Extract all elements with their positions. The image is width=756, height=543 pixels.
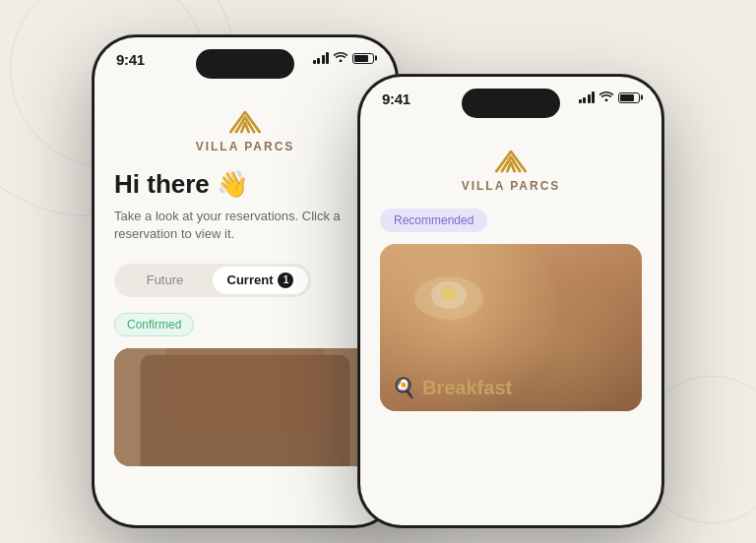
- time-right: 9:41: [382, 90, 410, 107]
- villa-logo-icon-right: [489, 146, 533, 179]
- dynamic-island-right: [462, 89, 560, 118]
- svg-point-2: [441, 285, 457, 301]
- villa-logo-icon-left: [223, 106, 267, 140]
- signal-icon-right: [579, 91, 596, 103]
- wifi-icon-right: [599, 90, 613, 104]
- status-icons-right: [579, 90, 641, 104]
- status-icons-left: [313, 51, 375, 65]
- greeting-title: Hi there 👋: [114, 169, 376, 200]
- battery-icon-right: [618, 92, 640, 103]
- phone-right: 9:41: [358, 75, 663, 527]
- tab-future[interactable]: Future: [117, 267, 213, 293]
- phone-right-screen: 9:41: [360, 77, 662, 525]
- tabs-row: Future Current 1: [114, 264, 311, 297]
- battery-icon: [352, 53, 374, 64]
- phone-left: 9:41: [93, 35, 398, 527]
- screen-content-left: VILLA PARCS Hi there 👋 Take a look at yo…: [94, 90, 396, 525]
- time-left: 9:41: [116, 51, 145, 68]
- breakfast-text: Breakfast: [422, 377, 512, 399]
- wifi-icon: [334, 51, 347, 65]
- recommended-badge: Recommended: [380, 209, 487, 232]
- greeting-subtitle: Take a look at your reservations. Click …: [114, 208, 376, 243]
- screen-content-right: VILLA PARCS Recommended: [360, 130, 662, 525]
- logo-text-right: VILLA PARCS: [462, 179, 561, 193]
- status-confirmed-badge: Confirmed: [114, 313, 194, 336]
- phones-container: 9:41: [33, 16, 723, 527]
- phone-left-screen: 9:41: [94, 37, 396, 525]
- reservation-card[interactable]: [114, 348, 376, 466]
- breakfast-emoji: 🍳: [392, 376, 416, 399]
- logo-left: VILLA PARCS: [114, 106, 376, 153]
- tab-current[interactable]: Current 1: [213, 267, 308, 294]
- food-visual: [410, 264, 488, 323]
- breakfast-label: 🍳 Breakfast: [392, 376, 512, 399]
- reservation-image: [114, 348, 376, 466]
- logo-right: VILLA PARCS: [380, 146, 642, 193]
- dynamic-island-left: [196, 49, 294, 79]
- tab-badge: 1: [278, 272, 293, 288]
- signal-icon: [313, 52, 330, 64]
- logo-text-left: VILLA PARCS: [196, 140, 295, 153]
- food-card[interactable]: 🍳 Breakfast: [380, 244, 642, 411]
